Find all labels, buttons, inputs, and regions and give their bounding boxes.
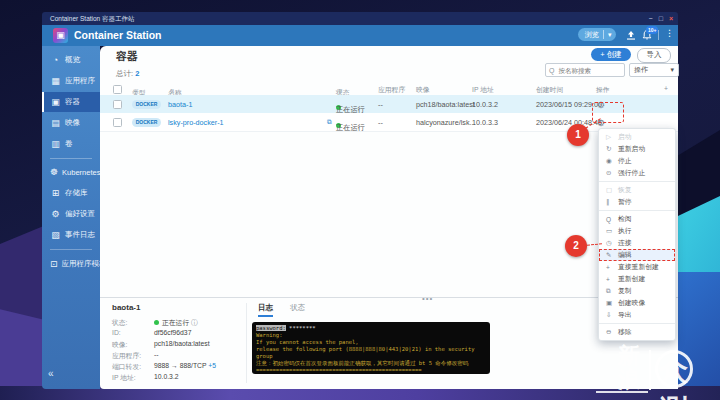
log-terminal[interactable]: password: ******** Warning: If you canno… — [252, 322, 490, 374]
sidebar-item-containers[interactable]: ▣ 容器 — [42, 92, 102, 112]
sidebar-item-registries[interactable]: ⊞ 存储库 — [42, 183, 100, 203]
sidebar-item-applications[interactable]: ▦ 应用程序 — [42, 71, 100, 91]
info-icon[interactable]: ⓘ — [191, 319, 198, 326]
sidebar-item-app-templates[interactable]: ⊡ 应用程序模板 — [42, 254, 100, 274]
sidebar-item-volumes[interactable]: ▥ 卷 — [42, 134, 100, 154]
chevron-down-icon: ▾ — [670, 66, 674, 74]
menu-item-create-image[interactable]: ▣创建映像 — [599, 297, 675, 309]
menu-item-resume: ▢恢复 — [599, 184, 675, 196]
watermark-divider — [649, 350, 651, 390]
background-tasks-icon[interactable] — [625, 29, 637, 41]
watermark-char: 浪 — [618, 368, 640, 391]
apps-grid-icon: ▦ — [50, 76, 61, 86]
container-name-link[interactable]: baota-1 — [168, 100, 192, 109]
stop-icon: ◉ — [606, 157, 615, 165]
copy-icon: ⧉ — [606, 287, 615, 295]
plus-icon: + — [606, 264, 615, 271]
app-header: ▣ Container Station 浏览 ▾ 10+ ⋮ — [42, 25, 678, 46]
filter-icon: ▽ — [134, 88, 138, 94]
detail-vertical-divider — [246, 303, 247, 383]
sidebar-divider — [50, 249, 92, 250]
sidebar-item-images[interactable]: ▤ 映像 — [42, 113, 100, 133]
open-external-icon[interactable]: ⧉ — [327, 118, 332, 126]
gauge-icon: ◔ — [50, 55, 61, 65]
docker-badge: DOCKER — [132, 118, 161, 127]
menu-item-export[interactable]: ⇩导出 — [599, 309, 675, 321]
menu-divider — [599, 323, 675, 324]
menu-item-force-stop[interactable]: ⊙强行停止 — [599, 167, 675, 179]
menu-item-inspect[interactable]: Q检阅 — [599, 213, 675, 225]
sidebar-item-overview[interactable]: ◔ 概览 — [42, 50, 100, 70]
resume-icon: ▢ — [606, 186, 615, 194]
template-icon: ⊡ — [50, 259, 58, 269]
menu-item-edit[interactable]: ✎编辑 — [599, 249, 675, 261]
menu-item-recreate[interactable]: +重新创建 — [599, 273, 675, 285]
container-context-menu: ▷启动 ↻重新启动 ◉停止 ⊙强行停止 ▢恢复 ∥暂停 Q检阅 ▭执行 ◷连接 … — [598, 128, 676, 341]
table-header: 类型 ▽ 名称 ⇅ 状态 ⇅▽ 应用程序 映像 IP 地址 创建时间 操作 + — [100, 82, 678, 96]
terminal-line: release the following port (8888|888|80|… — [256, 346, 486, 360]
menu-item-attach[interactable]: ◷连接 — [599, 237, 675, 249]
action-dropdown[interactable]: 操作 ▾ — [629, 63, 679, 77]
menu-item-exec[interactable]: ▭执行 — [599, 225, 675, 237]
chevron-down-icon[interactable]: ▾ — [608, 31, 612, 39]
row-checkbox[interactable] — [113, 118, 122, 127]
minimize-button[interactable]: − — [649, 12, 653, 25]
page-title: 容器 — [116, 49, 138, 64]
browse-button[interactable]: 浏览 ▾ — [578, 28, 616, 41]
sidebar-collapse-button[interactable]: « — [48, 368, 54, 379]
container-name-link[interactable]: lsky-pro-docker-1 — [168, 118, 224, 127]
watermark-char: 新 — [618, 344, 640, 367]
col-image: 映像 — [416, 85, 430, 95]
trash-icon: ⊖ — [606, 328, 615, 336]
panel-divider — [100, 297, 678, 298]
sidebar: ◔ 概览 ▦ 应用程序 ▣ 容器 ▤ 映像 ▥ 卷 ☸ Kubernetes ⊞… — [42, 46, 100, 389]
terminal-line: ========================================… — [256, 367, 486, 374]
total-value: 2 — [135, 69, 139, 78]
edit-pencil-icon: ✎ — [606, 251, 615, 259]
sidebar-item-kubernetes[interactable]: ☸ Kubernetes — [42, 162, 100, 182]
menu-item-duplicate[interactable]: ⧉复制 — [599, 285, 675, 297]
more-ports-link[interactable]: +5 — [208, 362, 216, 369]
terminal-line: If you cannot access the panel, — [256, 339, 486, 346]
filter-icon: ▽ — [338, 88, 342, 94]
search-icon: Q — [549, 67, 554, 74]
gear-icon: ⚙ — [50, 209, 61, 219]
container-box-icon: ▣ — [50, 97, 61, 107]
export-icon: ⇩ — [606, 311, 615, 319]
create-button[interactable]: + 创建 — [591, 48, 631, 61]
annotation-step-1: 1 — [567, 124, 589, 146]
select-all-checkbox[interactable] — [113, 85, 122, 94]
column-settings-button[interactable]: + — [664, 85, 668, 92]
menu-item-stop[interactable]: ◉停止 — [599, 155, 675, 167]
search-input[interactable] — [556, 66, 620, 75]
menu-item-recreate-direct[interactable]: +直接重新创建 — [599, 261, 675, 273]
app-title: Container Station — [74, 29, 162, 41]
window-title: Container Station 容器工作站 — [50, 12, 135, 25]
menu-item-restart[interactable]: ↻重新启动 — [599, 143, 675, 155]
resize-handle[interactable]: ••• — [422, 294, 433, 303]
row-checkbox[interactable] — [113, 100, 122, 109]
watermark-text: 众测 — [659, 351, 720, 400]
import-button[interactable]: 导入 — [637, 48, 671, 63]
registry-icon: ⊞ — [50, 188, 61, 198]
search-box[interactable]: Q — [545, 63, 625, 77]
close-button[interactable]: × — [669, 12, 673, 25]
layers-icon: ▤ — [50, 118, 61, 128]
sidebar-item-preferences[interactable]: ⚙ 偏好设置 — [42, 204, 100, 224]
helm-wheel-icon: ☸ — [50, 167, 58, 177]
log-document-icon: ▧ — [50, 230, 61, 240]
plus-icon: + — [606, 276, 615, 283]
terminal-line: Warning: — [256, 332, 486, 339]
tab-logs[interactable]: 日志 — [258, 303, 273, 317]
docker-badge: DOCKER — [132, 100, 161, 109]
more-options-kebab-icon[interactable]: ⋮ — [665, 28, 674, 38]
tab-status[interactable]: 状态 — [290, 303, 305, 313]
terminal-icon: ▭ — [606, 227, 615, 235]
menu-item-pause[interactable]: ∥暂停 — [599, 196, 675, 208]
maximize-button[interactable]: □ — [659, 12, 663, 25]
watermark-underline — [596, 391, 648, 393]
sidebar-item-event-logs[interactable]: ▧ 事件日志 — [42, 225, 100, 245]
menu-item-remove[interactable]: ⊖移除 — [599, 326, 675, 338]
attach-icon: ◷ — [606, 239, 615, 247]
pause-icon: ∥ — [606, 198, 615, 206]
